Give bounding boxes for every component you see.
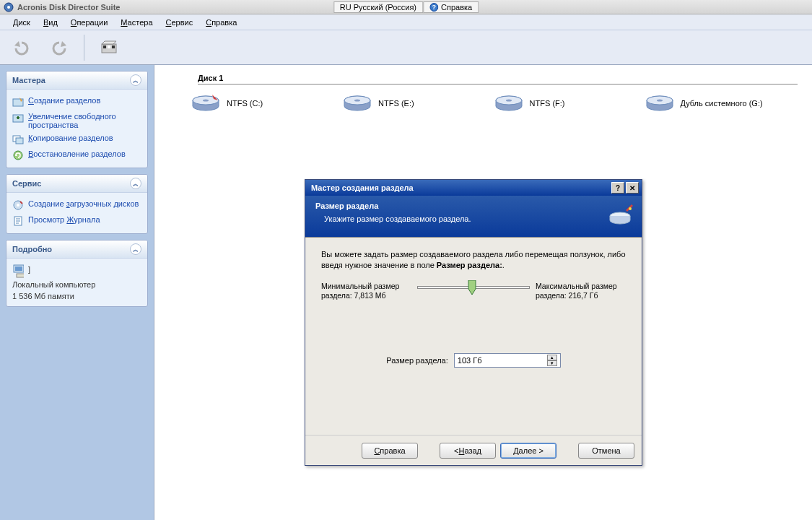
panel-service-header[interactable]: Сервис ︽ xyxy=(6,175,147,193)
host-label: Локальный компьютер xyxy=(12,279,141,290)
disk-icon xyxy=(342,93,372,113)
sidebar-item-recover-partition[interactable]: Восстановление разделов xyxy=(12,147,141,163)
panel-wizards: Мастера ︽ Создание разделов Увеличение с… xyxy=(6,71,148,168)
svg-point-27 xyxy=(506,100,512,102)
lang-label: RU Русский (Россия) xyxy=(340,3,416,12)
dialog-titlebar[interactable]: Мастер создания раздела ? ✕ xyxy=(305,180,642,196)
help-button[interactable]: Справка xyxy=(362,443,418,459)
dialog-help-button[interactable]: ? xyxy=(611,182,624,194)
undo-button[interactable] xyxy=(9,35,35,61)
panel-wizards-header[interactable]: Мастера ︽ xyxy=(6,72,147,90)
dialog-instruction: Вы можете задать размер создаваемого раз… xyxy=(321,249,626,272)
computer-item: ] xyxy=(12,263,141,279)
partition-e[interactable]: NTFS (E:) xyxy=(342,93,414,113)
sidebar-item-create-partition[interactable]: Создание разделов xyxy=(12,94,141,110)
menu-service[interactable]: Сервис xyxy=(160,17,199,28)
menu-view[interactable]: Вид xyxy=(38,17,64,28)
language-button[interactable]: RU Русский (Россия) xyxy=(333,1,423,13)
size-input[interactable]: 103 Гб ▲ ▼ xyxy=(454,353,561,368)
increase-space-icon xyxy=(12,112,24,124)
max-size-label: Максимальный размер раздела: 216,7 Гб xyxy=(536,282,626,301)
svg-rect-11 xyxy=(16,138,23,144)
copy-partition-icon xyxy=(12,134,24,145)
commit-button[interactable] xyxy=(96,35,122,61)
app-title: Acronis Disk Director Suite xyxy=(17,3,120,12)
size-field-label: Размер раздела: xyxy=(386,356,448,365)
menubar: Диск Вид Операции Мастера Сервис Справка xyxy=(0,14,812,30)
chevron-up-icon: ︽ xyxy=(130,74,141,86)
toolbar-divider xyxy=(84,35,84,61)
sidebar-item-copy-partition[interactable]: Копирование разделов xyxy=(12,131,141,147)
dialog-banner: Размер раздела Укажите размер создаваемо… xyxy=(305,196,642,238)
disk-icon xyxy=(494,93,524,113)
close-icon[interactable]: ✕ xyxy=(626,182,639,194)
app-icon xyxy=(3,1,14,13)
panel-details-header[interactable]: Подробно ︽ xyxy=(6,240,147,259)
toolbar xyxy=(0,30,812,65)
help-button[interactable]: ? Справка xyxy=(423,1,479,13)
menu-disk[interactable]: Диск xyxy=(7,17,36,28)
svg-point-24 xyxy=(354,100,360,102)
panel-service: Сервис ︽ Создание загрузочных дисков Про… xyxy=(6,174,148,234)
svg-point-21 xyxy=(203,100,209,102)
size-slider[interactable] xyxy=(417,286,530,289)
recover-partition-icon xyxy=(12,150,24,161)
disk-icon xyxy=(191,93,221,113)
sidebar: Мастера ︽ Создание разделов Увеличение с… xyxy=(0,65,154,520)
panel-details-title: Подробно xyxy=(12,245,52,254)
svg-point-30 xyxy=(657,100,663,102)
log-icon xyxy=(12,215,24,227)
chevron-up-icon: ︽ xyxy=(130,243,141,255)
wizard-icon xyxy=(608,204,634,230)
create-partition-icon xyxy=(12,96,24,108)
partition-f-label: NTFS (F:) xyxy=(530,99,565,108)
help-icon: ? xyxy=(429,3,438,12)
dialog-body: Вы можете задать размер создаваемого раз… xyxy=(305,238,642,435)
svg-point-12 xyxy=(14,151,22,160)
dialog-footer: Справка < Назад Далее > Отмена xyxy=(305,435,642,465)
svg-rect-6 xyxy=(108,46,110,48)
next-button[interactable]: Далее > xyxy=(500,443,556,459)
svg-point-14 xyxy=(17,204,19,207)
sidebar-item-increase-space[interactable]: Увеличение свободного пространства xyxy=(12,110,141,131)
back-button[interactable]: < Назад xyxy=(440,443,496,459)
panel-service-title: Сервис xyxy=(12,179,41,188)
svg-rect-18 xyxy=(17,274,24,277)
spin-down-button[interactable]: ▼ xyxy=(547,360,557,366)
redo-button[interactable] xyxy=(46,35,72,61)
wizard-dialog: Мастер создания раздела ? ✕ Размер разде… xyxy=(305,179,642,466)
chevron-up-icon: ︽ xyxy=(130,178,141,189)
svg-rect-5 xyxy=(103,46,106,48)
bootdisk-icon xyxy=(12,199,24,211)
banner-title: Размер раздела xyxy=(315,202,632,210)
computer-icon xyxy=(12,265,24,277)
dialog-title: Мастер создания раздела xyxy=(311,183,414,192)
disk-icon xyxy=(645,93,675,113)
partition-c[interactable]: NTFS (C:) xyxy=(191,93,263,113)
menu-wizards[interactable]: Мастера xyxy=(115,17,158,28)
panel-wizards-title: Мастера xyxy=(12,76,45,84)
svg-text:?: ? xyxy=(432,4,436,11)
sidebar-item-log[interactable]: Просмотр Журнала xyxy=(12,213,141,229)
menu-help[interactable]: Справка xyxy=(200,17,243,28)
computer-name: ] xyxy=(28,265,30,274)
partition-g-label: Дубль системного (G:) xyxy=(681,99,763,108)
cancel-button[interactable]: Отмена xyxy=(578,443,634,459)
titlebar: Acronis Disk Director Suite RU Русский (… xyxy=(0,0,812,14)
menu-operations[interactable]: Операции xyxy=(65,17,113,28)
partition-f[interactable]: NTFS (F:) xyxy=(494,93,565,113)
svg-rect-7 xyxy=(112,46,115,48)
svg-point-32 xyxy=(629,207,632,210)
min-size-label: Минимальный размер раздела: 7,813 Мб xyxy=(321,282,411,301)
svg-rect-17 xyxy=(15,266,22,271)
slider-thumb-icon[interactable] xyxy=(467,280,477,295)
spin-up-button[interactable]: ▲ xyxy=(547,355,557,360)
size-value: 103 Гб xyxy=(458,356,482,365)
disk-title: Диск 1 xyxy=(198,74,798,84)
partition-e-label: NTFS (E:) xyxy=(378,99,414,108)
partition-g[interactable]: Дубль системного (G:) xyxy=(645,93,763,113)
sidebar-item-bootdisk[interactable]: Создание загрузочных дисков xyxy=(12,197,141,213)
partition-c-label: NTFS (C:) xyxy=(227,99,263,108)
panel-details: Подробно ︽ ] Локальный компьютер 1 536 М… xyxy=(6,240,148,307)
banner-subtitle: Укажите размер создаваемого раздела. xyxy=(324,214,632,223)
